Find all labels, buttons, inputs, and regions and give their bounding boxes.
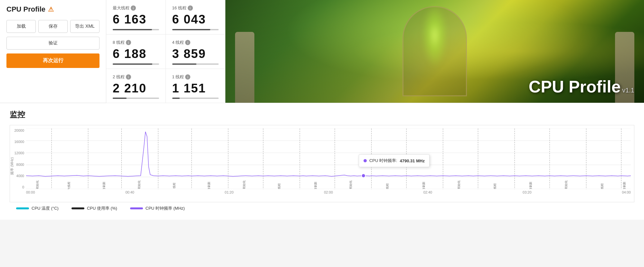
score-cell-0: 最大线程 i 6 163 bbox=[106, 0, 166, 34]
warning-icon: ⚠ bbox=[48, 5, 54, 13]
score-value-1: 6 043 bbox=[172, 13, 206, 26]
x-axis: 00:0000:4001:2002:0002:4003:2004:00 bbox=[26, 189, 631, 202]
score-label-2: 8 线程 i bbox=[113, 40, 131, 45]
x-label-6: 04:00 bbox=[622, 190, 631, 194]
score-cell-2: 8 线程 i 6 188 bbox=[106, 34, 166, 69]
info-icon-3[interactable]: i bbox=[185, 40, 190, 45]
score-label-1: 16 线程 i bbox=[172, 5, 193, 11]
score-bar-fill-4 bbox=[113, 98, 127, 99]
svg-text:储存刷新: 储存刷新 bbox=[314, 182, 317, 189]
export-xml-button[interactable]: 导出 XML bbox=[70, 20, 99, 33]
svg-text:2 线程: 2 线程 bbox=[493, 183, 497, 189]
x-label-3: 02:00 bbox=[324, 190, 333, 194]
legend-item-1: CPU 使用率 (%) bbox=[65, 204, 124, 213]
run-again-button[interactable]: 再次运行 bbox=[6, 53, 99, 68]
legend-bar: CPU 温度 (°C) CPU 使用率 (%) CPU 时钟频率 (MHz) bbox=[10, 204, 634, 213]
svg-text:正在初始化: 正在初始化 bbox=[137, 180, 141, 189]
svg-text:8 线程: 8 线程 bbox=[278, 183, 281, 189]
score-bar-5 bbox=[172, 98, 219, 99]
score-value-5: 1 151 bbox=[172, 82, 206, 95]
svg-text:正在初始化: 正在初始化 bbox=[242, 180, 246, 189]
save-button[interactable]: 保存 bbox=[38, 20, 68, 33]
action-buttons-row: 加载 保存 导出 XML bbox=[6, 20, 99, 33]
left-panel: CPU Profile ⚠ 加载 保存 导出 XML 验证 再次运行 bbox=[0, 0, 106, 103]
load-button[interactable]: 加载 bbox=[6, 20, 36, 33]
score-value-0: 6 163 bbox=[113, 13, 147, 26]
x-label-1: 00:40 bbox=[125, 190, 134, 194]
hero-title-main: CPU Profile bbox=[529, 77, 621, 96]
legend-item-0: CPU 温度 (°C) bbox=[10, 204, 65, 213]
header-section: CPU Profile ⚠ 加载 保存 导出 XML 验证 再次运行 最大线程 … bbox=[0, 0, 644, 103]
score-bar-0 bbox=[113, 29, 159, 30]
statue-left bbox=[235, 32, 254, 103]
legend-color-0 bbox=[16, 207, 29, 209]
score-value-2: 6 188 bbox=[113, 47, 147, 61]
score-bar-fill-3 bbox=[172, 63, 196, 65]
svg-text:储存刷新: 储存刷新 bbox=[623, 182, 626, 189]
svg-text:16 线程: 16 线程 bbox=[173, 183, 176, 189]
svg-point-23 bbox=[362, 174, 365, 178]
monitor-title: 监控 bbox=[10, 110, 634, 120]
score-bar-fill-0 bbox=[113, 29, 152, 30]
hero-title: CPU Profile v1.1 bbox=[519, 71, 644, 103]
score-label-5: 1 线程 i bbox=[172, 74, 191, 80]
y-axis-title: 频率 (MHz) bbox=[10, 157, 14, 175]
info-icon-5[interactable]: i bbox=[185, 74, 190, 80]
info-icon-0[interactable]: i bbox=[131, 5, 136, 11]
legend-color-2 bbox=[130, 207, 143, 209]
score-bar-fill-1 bbox=[172, 29, 210, 30]
score-bar-fill-5 bbox=[172, 98, 180, 99]
svg-text:储存刷新: 储存刷新 bbox=[102, 182, 106, 189]
hero-image: CPU Profile v1.1 bbox=[225, 0, 644, 103]
y-label-1: 16000 bbox=[14, 140, 24, 144]
chart-area: 正在初始化 最大线程 储存刷新 正在初始化 16 线程 储存刷新 正在初始化 8… bbox=[26, 129, 631, 189]
score-cell-5: 1 线程 i 1 151 bbox=[166, 69, 225, 103]
score-grid: 最大线程 i 6 163 16 线程 i 6 043 8 线程 i 6 188 … bbox=[106, 0, 225, 103]
hero-title-text: CPU Profile v1.1 bbox=[529, 77, 634, 96]
info-icon-1[interactable]: i bbox=[188, 5, 193, 11]
hero-glow bbox=[422, 3, 448, 68]
hero-version: v1.1 bbox=[622, 87, 634, 94]
svg-text:1 线程: 1 线程 bbox=[601, 183, 604, 189]
info-icon-2[interactable]: i bbox=[126, 40, 131, 45]
svg-text:正在初始化: 正在初始化 bbox=[349, 180, 352, 189]
svg-text:储存刷新: 储存刷新 bbox=[207, 182, 211, 189]
score-bar-3 bbox=[172, 63, 219, 65]
score-value-4: 2 210 bbox=[113, 82, 147, 95]
score-bar-1 bbox=[172, 29, 219, 30]
y-label-4: 4000 bbox=[16, 174, 24, 178]
legend-label-0: CPU 温度 (°C) bbox=[32, 205, 59, 211]
score-bar-4 bbox=[113, 98, 159, 99]
verify-button[interactable]: 验证 bbox=[6, 37, 99, 50]
y-label-0: 20000 bbox=[14, 129, 24, 132]
svg-text:储存刷新: 储存刷新 bbox=[422, 182, 425, 189]
legend-label-2: CPU 时钟频率 (MHz) bbox=[146, 205, 185, 211]
y-label-2: 12000 bbox=[14, 151, 24, 155]
title-text: CPU Profile bbox=[6, 5, 45, 14]
svg-text:正在初始化: 正在初始化 bbox=[36, 180, 39, 189]
svg-text:最大线程: 最大线程 bbox=[67, 182, 71, 189]
score-value-3: 3 859 bbox=[172, 47, 206, 61]
score-label-3: 4 线程 i bbox=[172, 40, 191, 45]
monitor-section: 监控 200001600012000800040000 频率 (MHz) bbox=[0, 103, 644, 220]
svg-text:正在初始化: 正在初始化 bbox=[564, 180, 568, 189]
svg-text:储存刷新: 储存刷新 bbox=[529, 182, 532, 189]
score-bar-2 bbox=[113, 63, 159, 65]
x-label-0: 00:00 bbox=[26, 190, 35, 194]
x-label-5: 03:20 bbox=[523, 190, 532, 194]
info-icon-4[interactable]: i bbox=[126, 74, 131, 80]
svg-text:4 线程: 4 线程 bbox=[386, 183, 389, 189]
score-cell-4: 2 线程 i 2 210 bbox=[106, 69, 166, 103]
chart-svg: 正在初始化 最大线程 储存刷新 正在初始化 16 线程 储存刷新 正在初始化 8… bbox=[26, 129, 631, 189]
y-label-5: 0 bbox=[22, 185, 24, 189]
legend-item-2: CPU 时钟频率 (MHz) bbox=[124, 204, 191, 213]
app-title: CPU Profile ⚠ bbox=[6, 5, 99, 14]
x-label-4: 02:40 bbox=[423, 190, 432, 194]
score-cell-3: 4 线程 i 3 859 bbox=[166, 34, 225, 69]
x-label-2: 01:20 bbox=[225, 190, 234, 194]
svg-text:正在初始化: 正在初始化 bbox=[457, 180, 460, 189]
chart-container: 200001600012000800040000 频率 (MHz) bbox=[10, 125, 634, 202]
score-label-0: 最大线程 i bbox=[113, 5, 136, 11]
score-bar-fill-2 bbox=[113, 63, 152, 65]
legend-color-1 bbox=[71, 207, 84, 209]
